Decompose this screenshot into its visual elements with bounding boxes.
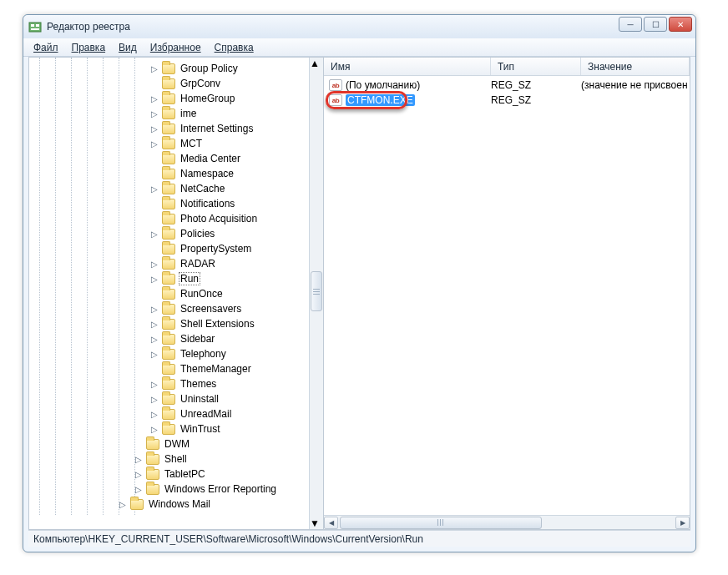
folder-icon	[162, 364, 175, 375]
folder-icon	[162, 259, 175, 270]
reg-string-icon: ab	[329, 79, 342, 91]
expand-icon[interactable]: ▷	[149, 109, 159, 119]
tree-item[interactable]: ThemeManager	[29, 361, 323, 376]
tree-item-label: Notifications	[179, 198, 236, 209]
svg-rect-1	[31, 24, 34, 27]
expand-icon[interactable]: ▷	[149, 380, 159, 389]
tree-item[interactable]: ▷MCT	[29, 136, 323, 151]
tree-item[interactable]: Photo Acquisition	[29, 211, 323, 226]
value-row[interactable]: abCTFMON.EXEREG_SZ	[324, 93, 690, 108]
list-pane: Имя Тип Значение ab(По умолчанию)REG_SZ(…	[324, 58, 690, 529]
tree-item[interactable]: ▷Windows Error Reporting	[29, 482, 323, 497]
tree-item[interactable]: ▷Internet Settings	[29, 121, 323, 136]
titlebar[interactable]: Редактор реестра ─ ☐ ✕	[23, 15, 695, 38]
list-horizontal-scrollbar[interactable]: ◀ ▶	[324, 515, 690, 529]
value-row[interactable]: ab(По умолчанию)REG_SZ(значение не присв…	[324, 78, 690, 93]
scroll-down-button[interactable]: ▼	[310, 517, 323, 529]
expand-icon[interactable]: ▷	[149, 184, 159, 194]
tree-item[interactable]: ▷TabletPC	[29, 467, 323, 482]
tree-item[interactable]: ▷HomeGroup	[29, 91, 323, 106]
tree-item[interactable]: Namespace	[29, 166, 323, 181]
tree-item[interactable]: ▷Sidebar	[29, 331, 323, 346]
value-name: CTFMON.EXE	[346, 94, 415, 106]
expand-icon[interactable]: ▷	[149, 64, 159, 73]
expand-icon[interactable]: ▷	[149, 350, 159, 359]
tree-item[interactable]: ▷Telephony	[29, 346, 323, 361]
tree-item[interactable]: ▷Policies	[29, 226, 323, 241]
folder-icon	[162, 379, 175, 390]
tree-item-label: Run	[179, 272, 200, 285]
value-list[interactable]: ab(По умолчанию)REG_SZ(значение не присв…	[324, 76, 690, 515]
expand-icon[interactable]: ▷	[149, 229, 159, 239]
tree-item[interactable]: ▷Shell	[29, 451, 323, 467]
tree-item[interactable]: Media Center	[29, 151, 323, 166]
folder-icon	[146, 439, 159, 450]
column-type[interactable]: Тип	[491, 58, 581, 75]
tree-item-label: RADAR	[179, 258, 217, 270]
reg-string-icon: ab	[329, 94, 342, 106]
window-title: Редактор реестра	[47, 21, 130, 33]
column-name[interactable]: Имя	[324, 58, 491, 75]
expand-icon[interactable]: ▷	[149, 410, 159, 419]
tree-item[interactable]: ▷Screensavers	[29, 301, 323, 316]
registry-tree[interactable]: ▷Group PolicyGrpConv▷HomeGroup▷ime▷Inter…	[29, 58, 323, 515]
menu-favorites[interactable]: Избранное	[144, 40, 208, 55]
tree-item-label: Uninstall	[179, 393, 220, 405]
tree-item[interactable]: PropertySystem	[29, 241, 323, 256]
scroll-up-button[interactable]: ▲	[310, 58, 323, 69]
expand-icon[interactable]: ▷	[149, 260, 159, 269]
scroll-left-button[interactable]: ◀	[324, 517, 338, 529]
menu-help[interactable]: Справка	[208, 40, 260, 55]
folder-icon	[162, 154, 175, 164]
tree-item[interactable]: ▷Run	[29, 271, 323, 286]
folder-icon	[162, 169, 175, 179]
expand-icon[interactable]: ▷	[149, 275, 159, 284]
menu-file[interactable]: Файл	[27, 40, 65, 55]
column-headers: Имя Тип Значение	[324, 58, 690, 76]
folder-icon	[162, 63, 175, 74]
tree-item-label: Photo Acquisition	[179, 213, 259, 224]
tree-pane: ▷Group PolicyGrpConv▷HomeGroup▷ime▷Inter…	[29, 58, 324, 529]
statusbar: Компьютер\HKEY_CURRENT_USER\Software\Mic…	[28, 530, 690, 547]
minimize-button[interactable]: ─	[619, 17, 642, 32]
tree-item[interactable]: ▷Themes	[29, 376, 323, 391]
tree-item[interactable]: ▷WinTrust	[29, 421, 323, 436]
maximize-button[interactable]: ☐	[644, 17, 667, 32]
tree-item-label: Screensavers	[179, 303, 243, 315]
folder-icon	[162, 78, 175, 89]
expand-icon[interactable]: ▷	[149, 305, 159, 314]
tree-item-label: Themes	[179, 378, 218, 390]
tree-item[interactable]: Notifications	[29, 196, 323, 211]
tree-vertical-scrollbar[interactable]: ▲ ▼	[309, 58, 323, 529]
tree-item[interactable]: ▷RADAR	[29, 256, 323, 271]
expand-icon[interactable]: ▷	[149, 395, 159, 404]
expand-icon[interactable]: ▷	[149, 94, 159, 103]
close-button[interactable]: ✕	[669, 17, 692, 32]
menu-view[interactable]: Вид	[112, 40, 144, 55]
tree-item[interactable]: RunOnce	[29, 286, 323, 301]
tree-item[interactable]: ▷Windows Mail	[29, 497, 323, 512]
folder-icon	[162, 199, 175, 209]
scroll-thumb[interactable]	[340, 517, 542, 529]
tree-item[interactable]: ▷UnreadMail	[29, 406, 323, 421]
tree-item[interactable]: ▷Uninstall	[29, 391, 323, 406]
app-icon	[28, 20, 42, 33]
expand-icon[interactable]: ▷	[149, 425, 159, 434]
tree-item[interactable]: ▷Shell Extensions	[29, 316, 323, 331]
value-name: (По умолчанию)	[346, 79, 420, 91]
tree-item[interactable]: DWM	[29, 436, 323, 451]
tree-item[interactable]: ▷ime	[29, 106, 323, 121]
tree-item[interactable]: GrpConv	[29, 76, 323, 91]
expand-icon[interactable]: ▷	[149, 124, 159, 134]
expand-icon[interactable]: ▷	[149, 139, 159, 149]
column-value[interactable]: Значение	[581, 58, 690, 75]
expand-icon[interactable]: ▷	[149, 335, 159, 344]
menu-edit[interactable]: Правка	[65, 40, 113, 55]
tree-item[interactable]: ▷Group Policy	[29, 61, 323, 76]
tree-item[interactable]: ▷NetCache	[29, 181, 323, 196]
scroll-right-button[interactable]: ▶	[675, 517, 690, 529]
tree-item-label: Internet Settings	[179, 123, 255, 134]
scroll-thumb[interactable]	[311, 271, 322, 311]
expand-icon[interactable]: ▷	[149, 320, 159, 329]
folder-icon	[162, 139, 175, 149]
